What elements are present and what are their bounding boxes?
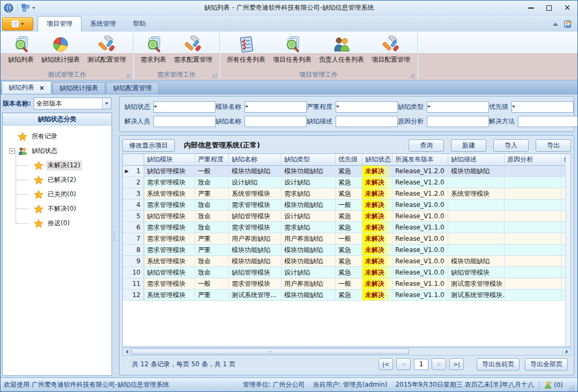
cell[interactable]: Release_V1.1.0 <box>392 278 448 290</box>
cell[interactable]: 用户界面缺陷 <box>229 233 281 245</box>
cell[interactable]: Release_V1.0.0 <box>392 245 448 256</box>
row-header-cell[interactable]: 9 <box>123 256 144 267</box>
table-row[interactable]: 6需求管理模块致命需求管理模块需求缺陷紧急未解决Release_V1.1.0 <box>123 222 570 233</box>
filter-solution-input[interactable] <box>518 116 578 127</box>
cell[interactable]: 未解决 <box>362 188 392 199</box>
sidebar-splitter[interactable] <box>112 94 116 378</box>
cell[interactable]: 需求缺陷 <box>281 222 336 233</box>
doctab-defect-list[interactable]: 缺陷列表× <box>2 81 51 94</box>
horizontal-scrollbar[interactable] <box>122 347 571 356</box>
row-header-cell[interactable]: 7 <box>123 233 144 245</box>
column-header-4[interactable]: 优先级 <box>336 154 362 166</box>
cell[interactable]: 缺陷管理模块 <box>144 166 195 177</box>
filter-resolver-textbox[interactable] <box>154 116 215 127</box>
cell[interactable]: Release_V1.2.0 <box>392 166 448 177</box>
version-combobox[interactable]: 全部版本 <box>34 98 112 109</box>
requirement-config-button[interactable]: 需求配置管理 <box>170 34 216 65</box>
chevron-down-icon[interactable] <box>32 7 35 9</box>
column-header-7[interactable]: 缺陷描述 <box>448 154 505 166</box>
cell[interactable]: 致命 <box>195 267 229 278</box>
application-menu-button[interactable] <box>2 17 33 31</box>
cell[interactable]: 模块功能缺陷 <box>229 245 281 256</box>
cell[interactable] <box>505 166 561 177</box>
column-header-6[interactable]: 所属发布版本 <box>392 154 448 166</box>
cell[interactable]: 未解决 <box>362 199 392 211</box>
filter-priority-dropdown[interactable] <box>512 101 574 113</box>
filter-module-name-dropdown[interactable] <box>244 101 307 113</box>
cell[interactable]: 系统管理模块 <box>144 290 195 301</box>
export-button[interactable]: 导出 <box>536 139 571 152</box>
table-row[interactable]: 12系统管理模块严重测试系统管理...模块功能缺陷紧急未解决Release_V1… <box>123 290 570 301</box>
column-header-0[interactable]: 缺陷模块 <box>144 154 195 166</box>
row-header-cell[interactable]: 11 <box>123 278 144 290</box>
cell[interactable]: 一般 <box>336 278 362 290</box>
project-tasks-button[interactable]: 项目任务列表 <box>269 34 315 65</box>
tab-system-management[interactable]: 系统管理 <box>81 17 124 32</box>
cell[interactable]: 紧急 <box>336 222 362 233</box>
cell[interactable]: 严重 <box>195 188 229 199</box>
tab-help[interactable]: 帮助 <box>124 17 154 32</box>
cell[interactable]: 系统管理模块 <box>229 188 281 199</box>
cell[interactable]: Release_V1.2.0 <box>392 188 448 199</box>
combobox-dropdown-button[interactable] <box>427 102 431 109</box>
cell[interactable]: 需求缺陷 <box>281 188 336 199</box>
tree-item-wontfix[interactable]: 不解决(0) <box>3 202 112 216</box>
doctab-defect-config[interactable]: 缺陷配置管理 <box>106 82 159 94</box>
tree-item-resolved[interactable]: 已解决(2) <box>3 173 112 187</box>
cell[interactable]: 未解决 <box>362 245 392 256</box>
cell[interactable]: 未解决 <box>362 177 392 188</box>
row-header-cell[interactable]: 3 <box>123 188 144 199</box>
cell[interactable]: 未解决 <box>362 166 392 177</box>
modify-display-button[interactable]: 修改显示项目 <box>122 139 175 152</box>
close-tab-icon[interactable]: × <box>39 85 45 91</box>
help-icon[interactable] <box>564 19 573 29</box>
table-row[interactable]: 4需求管理模块致命需求管理模块模块功能缺陷一般未解决Release_V1.0.0 <box>123 199 570 211</box>
cell[interactable]: 未解决 <box>362 211 392 222</box>
cell[interactable] <box>505 233 561 245</box>
scroll-right-icon[interactable] <box>562 348 570 355</box>
row-header-cell[interactable]: 6 <box>123 222 144 233</box>
cell[interactable]: 致命 <box>195 199 229 211</box>
cell[interactable]: 测试系统管理模块... <box>448 290 505 301</box>
cell[interactable]: 缺陷管理模块 <box>448 267 505 278</box>
dialog-launcher-icon[interactable] <box>410 73 414 78</box>
tree-item-postponed[interactable]: 推迟(0) <box>3 216 112 231</box>
cell[interactable]: Release_V1.0.0 <box>392 233 448 245</box>
cell[interactable] <box>505 290 561 301</box>
cell[interactable]: 设计缺陷 <box>281 211 336 222</box>
cell[interactable] <box>448 211 505 222</box>
maximize-button[interactable] <box>540 2 558 14</box>
cell[interactable]: Release_V1.1.0 <box>392 222 448 233</box>
cell[interactable]: 缺陷管理模块 <box>144 211 195 222</box>
project-config-button[interactable]: 项目配置管理 <box>368 34 414 65</box>
cell[interactable]: 紧急 <box>336 211 362 222</box>
cell[interactable]: 未解决 <box>362 222 392 233</box>
filter-solution-textbox[interactable] <box>518 116 578 127</box>
filter-defect-desc-textbox[interactable] <box>336 116 397 127</box>
cell[interactable]: Release_V1.0.0 <box>392 267 448 278</box>
cell[interactable]: 紧急 <box>336 290 362 301</box>
combobox-dropdown-button[interactable] <box>154 102 157 109</box>
owner-tasks-button[interactable]: 负责人任务列表 <box>315 34 368 65</box>
filter-severity-dropdown[interactable] <box>336 101 398 113</box>
cell[interactable]: 测试系统管理... <box>229 290 281 301</box>
cell[interactable]: 模块功能缺陷 <box>281 245 336 256</box>
cell[interactable] <box>505 188 561 199</box>
cell[interactable]: 设计缺陷 <box>281 177 336 188</box>
cell[interactable]: 需求管理模块 <box>229 278 281 290</box>
row-header-cell[interactable]: 10 <box>123 267 144 278</box>
cell[interactable]: 致命 <box>195 177 229 188</box>
cell[interactable]: 系统管理模块 <box>448 188 505 199</box>
cell[interactable]: 系统管理模块 <box>144 256 195 267</box>
cell[interactable]: 模块功能缺陷 <box>281 290 336 301</box>
table-row[interactable]: 5缺陷管理模块致命缺陷管理模块设计缺陷紧急未解决Release_V1.0.0 <box>123 211 570 222</box>
cell[interactable]: 缺陷管理模块 <box>229 267 281 278</box>
cell[interactable]: 一般 <box>336 233 362 245</box>
cell[interactable]: 模块功能缺陷 <box>281 199 336 211</box>
filter-resolver-input[interactable] <box>153 116 216 127</box>
cell[interactable] <box>448 199 505 211</box>
cell[interactable]: 系统管理模块 <box>144 188 195 199</box>
next-page-button[interactable]: > <box>432 358 446 370</box>
cell[interactable]: 紧急 <box>336 267 362 278</box>
cell[interactable]: 未解决 <box>362 290 392 301</box>
